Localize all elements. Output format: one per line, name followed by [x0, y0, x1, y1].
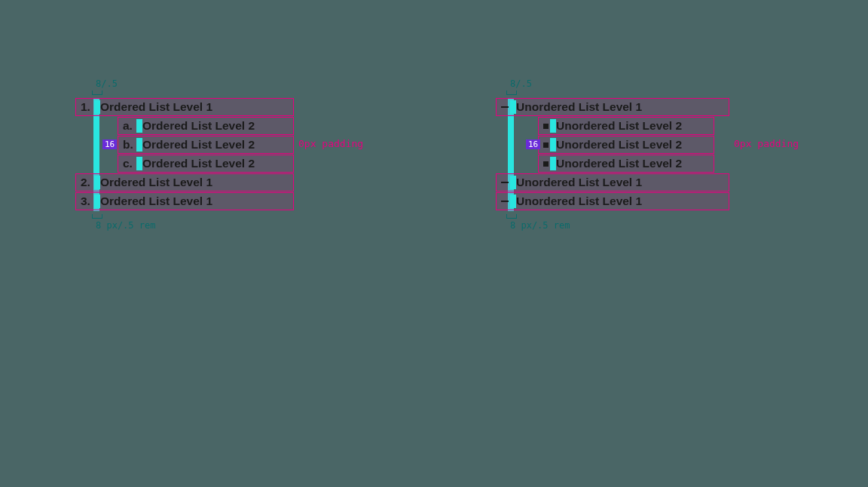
bracket-bottom-icon — [92, 214, 102, 219]
spacing-gap-icon — [94, 194, 100, 208]
spacing-gap-icon — [550, 119, 556, 133]
square-bullet-icon — [543, 161, 549, 167]
ordered-list-spec: 8/.5 1. Ordered List Level 1 a. Ordered … — [75, 98, 294, 210]
list-item-label: Ordered List Level 1 — [100, 174, 212, 191]
padding-annotation: 0px padding — [734, 138, 799, 149]
spacing-gap-icon — [136, 157, 142, 170]
dash-bullet-icon — [501, 182, 509, 184]
list-marker: 2. — [81, 174, 93, 191]
square-bullet-icon — [543, 142, 549, 148]
indent-badge: 16 — [526, 139, 540, 149]
list-item: Unordered List Level 2 — [538, 155, 714, 173]
spacing-gap-icon — [136, 138, 142, 152]
list-marker: 3. — [81, 193, 93, 210]
list-item-label: Ordered List Level 2 — [142, 118, 255, 134]
list-item-label: Unordered List Level 1 — [516, 174, 642, 191]
list-item-label: Unordered List Level 2 — [556, 118, 682, 134]
list-item-label: Ordered List Level 1 — [100, 99, 212, 115]
list-marker: 1. — [81, 99, 93, 115]
spacing-label-bottom: 8 px/.5 rem — [96, 220, 155, 231]
indent-badge: 16 — [102, 139, 117, 149]
spacing-gap-icon — [136, 119, 142, 133]
list-item: Unordered List Level 1 — [496, 98, 729, 116]
unordered-list-spec: 8/.5 Unordered List Level 1 Unordered Li… — [496, 98, 729, 210]
square-bullet-icon — [543, 124, 549, 129]
spacing-label-bottom: 8 px/.5 rem — [510, 220, 570, 231]
spacing-gap-icon — [510, 176, 516, 189]
list-marker: a. — [123, 118, 135, 134]
bracket-top-icon — [506, 90, 517, 95]
padding-annotation: 0px padding — [298, 138, 363, 149]
spacing-gap-icon — [550, 157, 556, 170]
bracket-bottom-icon — [506, 214, 517, 219]
dash-bullet-icon — [501, 201, 509, 203]
spacing-gap-icon — [94, 100, 100, 114]
bracket-top-icon — [92, 90, 102, 95]
list-item-label: Unordered List Level 1 — [516, 99, 642, 115]
list-item: Unordered List Level 2 — [538, 136, 714, 154]
list-item: 2. Ordered List Level 1 — [75, 173, 294, 191]
list-marker: b. — [123, 136, 135, 153]
spacing-label-top: 8/.5 — [510, 78, 532, 89]
spacing-label-top: 8/.5 — [96, 78, 118, 89]
list-marker: c. — [123, 155, 135, 172]
list-item: Unordered List Level 2 — [538, 117, 714, 135]
spacing-gap-icon — [94, 176, 100, 189]
spacing-gap-icon — [510, 100, 516, 114]
spacing-gap-icon — [550, 138, 556, 152]
list-item: c. Ordered List Level 2 — [118, 155, 294, 173]
list-item: a. Ordered List Level 2 — [118, 117, 294, 135]
list-item: b. Ordered List Level 2 — [118, 136, 294, 154]
dash-bullet-icon — [501, 106, 509, 109]
list-item: 3. Ordered List Level 1 — [75, 192, 294, 210]
list-item-label: Unordered List Level 2 — [556, 136, 682, 153]
list-item-label: Ordered List Level 2 — [142, 155, 255, 172]
list-item-label: Unordered List Level 1 — [516, 193, 642, 210]
list-item: Unordered List Level 1 — [496, 173, 729, 191]
list-item-label: Ordered List Level 1 — [100, 193, 212, 210]
list-item: Unordered List Level 1 — [496, 192, 729, 210]
spacing-gap-icon — [510, 194, 516, 208]
list-item-label: Unordered List Level 2 — [556, 155, 682, 172]
list-item-label: Ordered List Level 2 — [142, 136, 255, 153]
list-item: 1. Ordered List Level 1 — [75, 98, 294, 116]
